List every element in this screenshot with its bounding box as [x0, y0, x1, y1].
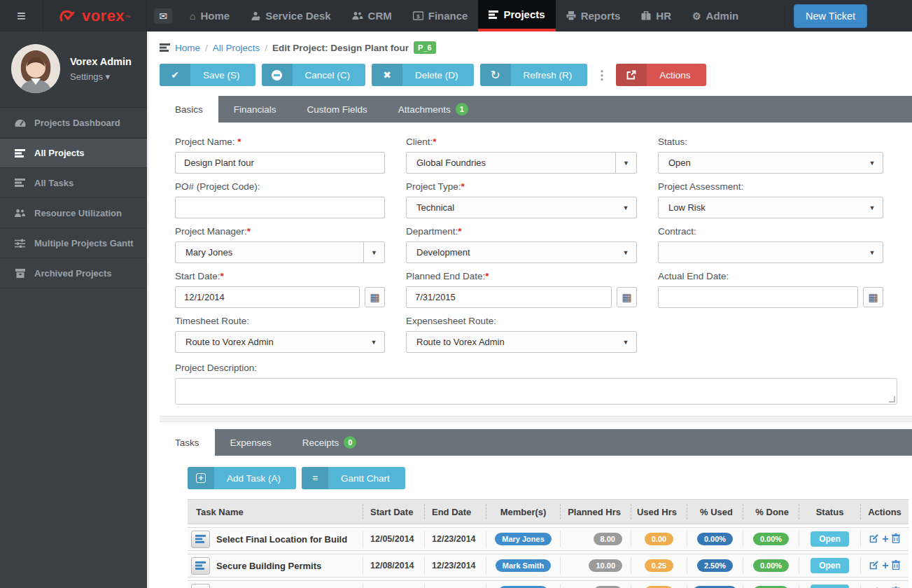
- chevron-down-icon: ▼: [862, 160, 883, 167]
- calendar-icon-button[interactable]: ▦: [617, 287, 637, 307]
- tab-attachments[interactable]: Attachments 1: [383, 96, 484, 122]
- actual-end-date-input[interactable]: [658, 286, 858, 308]
- project-assessment-dropdown[interactable]: Low Risk ▼: [658, 197, 883, 218]
- col-end-date[interactable]: End Date: [424, 504, 486, 519]
- tasks-table-header: Task Name Start Date End Date Member(s) …: [188, 499, 909, 524]
- calendar-icon: ▦: [868, 291, 878, 304]
- sidebar-item-projects-dashboard[interactable]: Projects Dashboard: [0, 108, 147, 138]
- admin-gear-icon: ⚙: [692, 10, 701, 22]
- new-ticket-button[interactable]: New Ticket: [794, 4, 867, 28]
- tab-receipts[interactable]: Receipts 0: [287, 429, 372, 456]
- tab-custom-fields[interactable]: Custom Fields: [292, 96, 383, 122]
- client-dropdown[interactable]: Global Foundries ▼: [406, 152, 637, 174]
- nav-projects[interactable]: Projects: [478, 0, 555, 31]
- settings-dropdown[interactable]: Settings ▾: [70, 71, 132, 82]
- add-subtask-icon[interactable]: +: [882, 533, 888, 545]
- status-badge[interactable]: Open: [811, 584, 849, 588]
- field-expensesheet-route: Expensesheet Route: Route to Vorex Admin…: [406, 316, 637, 353]
- actions-button[interactable]: Actions: [616, 64, 706, 86]
- project-name-input[interactable]: Design Plant four: [175, 152, 385, 174]
- member-pill[interactable]: Mark Smith: [496, 559, 551, 572]
- department-dropdown[interactable]: Development ▼: [406, 241, 637, 263]
- hamburger-menu-icon[interactable]: ≡: [0, 0, 43, 31]
- add-task-button[interactable]: + Add Task (A): [188, 467, 296, 489]
- x-icon: ✖: [372, 64, 402, 86]
- pct-used-pill: 2.50%: [697, 559, 733, 572]
- breadcrumb-all-projects-link[interactable]: All Projects: [213, 43, 260, 53]
- nav-admin[interactable]: ⚙ Admin: [682, 0, 749, 31]
- task-detail-icon-button[interactable]: [191, 531, 210, 548]
- list-bars-icon: [14, 149, 26, 158]
- brand-logo[interactable]: vorex ™: [43, 0, 147, 31]
- gantt-chart-button[interactable]: ≡ Gantt Chart: [302, 467, 405, 489]
- archive-box-icon: [14, 269, 26, 278]
- status-badge[interactable]: Open: [811, 558, 849, 573]
- delete-trash-icon[interactable]: [892, 533, 900, 545]
- status-dropdown[interactable]: Open ▼: [658, 152, 883, 174]
- tab-tasks[interactable]: Tasks: [160, 429, 215, 456]
- messages-icon[interactable]: ✉: [147, 0, 179, 31]
- task-detail-icon-button[interactable]: [191, 557, 210, 575]
- nav-reports[interactable]: Reports: [556, 0, 631, 31]
- nav-crm[interactable]: CRM: [342, 0, 402, 31]
- col-status[interactable]: Status: [799, 504, 860, 519]
- calendar-icon-button[interactable]: ▦: [863, 287, 883, 307]
- breadcrumb-home-link[interactable]: Home: [175, 43, 200, 53]
- project-manager-dropdown[interactable]: Mary Jones ▼: [175, 241, 385, 263]
- add-subtask-icon[interactable]: +: [882, 560, 888, 571]
- refresh-button[interactable]: ↻ Refresh (R): [480, 64, 588, 86]
- chevron-down-icon: ▼: [862, 204, 883, 211]
- save-button[interactable]: ✔ Save (S): [160, 64, 255, 86]
- top-navbar: ≡ vorex ™ ✉ ⌂ Home Service Desk CRM $: [0, 0, 912, 31]
- user-avatar[interactable]: [11, 44, 60, 93]
- nav-divider: [785, 4, 785, 27]
- col-start-date[interactable]: Start Date: [363, 504, 424, 519]
- col-task-name[interactable]: Task Name: [188, 504, 363, 519]
- cancel-button[interactable]: Cancel (C): [262, 64, 366, 86]
- timesheet-route-dropdown[interactable]: Route to Vorex Admin ▼: [175, 331, 385, 353]
- drag-handle-icon[interactable]: ⋮: [594, 68, 610, 83]
- po-code-input[interactable]: [175, 197, 385, 218]
- tasks-tabs: Tasks Expenses Receipts 0: [160, 429, 912, 456]
- col-planned-hrs[interactable]: Planned Hrs: [560, 504, 631, 519]
- sidebar-item-all-tasks[interactable]: All Tasks: [0, 168, 147, 198]
- member-pill[interactable]: Mary Jones: [495, 533, 552, 545]
- calendar-icon-button[interactable]: ▦: [365, 287, 385, 307]
- col-members[interactable]: Member(s): [486, 504, 560, 519]
- delete-button[interactable]: ✖ Delete (D): [372, 64, 474, 86]
- chevron-down-icon: ▼: [615, 249, 636, 256]
- chevron-down-icon[interactable]: ▼: [363, 242, 384, 262]
- col-actions[interactable]: Actions: [860, 504, 909, 519]
- col-pct-used[interactable]: % Used: [687, 504, 743, 519]
- nav-finance[interactable]: $ Finance: [402, 0, 479, 31]
- chevron-down-icon: ▼: [615, 339, 636, 346]
- nav-home[interactable]: ⌂ Home: [179, 0, 240, 31]
- col-used-hrs[interactable]: Used Hrs: [631, 504, 687, 519]
- expensesheet-route-dropdown[interactable]: Route to Vorex Admin ▼: [406, 331, 637, 353]
- sliders-icon: [14, 239, 26, 248]
- field-project-name: Project Name: * Design Plant four: [175, 136, 385, 174]
- hr-briefcase-icon: [641, 11, 651, 20]
- vorex-logo-icon: [59, 9, 78, 23]
- delete-trash-icon[interactable]: [892, 560, 900, 572]
- task-detail-icon-button[interactable]: [191, 584, 210, 588]
- chevron-down-icon[interactable]: ▼: [615, 153, 636, 173]
- project-description-textarea[interactable]: [175, 378, 897, 405]
- col-pct-done[interactable]: % Done: [743, 504, 799, 519]
- sidebar-item-resource-utilization[interactable]: Resource Utilization: [0, 198, 147, 228]
- project-type-dropdown[interactable]: Technical ▼: [406, 197, 637, 218]
- sidebar-item-all-projects[interactable]: All Projects: [0, 138, 147, 168]
- status-badge[interactable]: Open: [811, 531, 849, 547]
- contract-dropdown[interactable]: ▼: [658, 241, 883, 263]
- tab-basics[interactable]: Basics: [160, 96, 218, 122]
- planned-end-date-input[interactable]: 7/31/2015: [406, 286, 612, 308]
- sidebar-item-archived-projects[interactable]: Archived Projects: [0, 258, 147, 288]
- sidebar-item-multiple-projects-gantt[interactable]: Multiple Projects Gantt: [0, 228, 147, 258]
- tab-expenses[interactable]: Expenses: [215, 429, 287, 456]
- edit-icon[interactable]: [869, 533, 879, 545]
- nav-service-desk[interactable]: Service Desk: [240, 0, 341, 31]
- edit-icon[interactable]: [869, 560, 879, 572]
- nav-hr[interactable]: HR: [631, 0, 682, 31]
- tab-financials[interactable]: Financials: [218, 96, 292, 122]
- start-date-input[interactable]: 12/1/2014: [175, 286, 360, 308]
